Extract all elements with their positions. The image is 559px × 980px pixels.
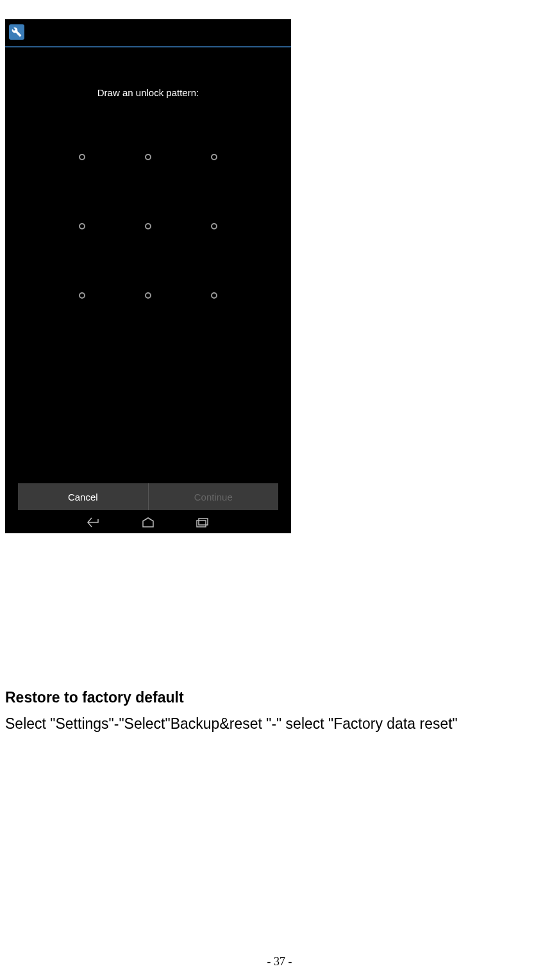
screen-header: Choose your pattern: [5, 19, 291, 47]
page-number: - 37 -: [0, 955, 559, 968]
pattern-dot[interactable]: [79, 154, 85, 160]
document-body: Select "Settings"-"Select"Backup&reset "…: [5, 715, 458, 733]
instruction-text: Draw an unlock pattern:: [5, 87, 291, 98]
wrench-icon: [9, 24, 24, 40]
pattern-dot[interactable]: [211, 292, 217, 299]
screen-title: Choose your pattern: [31, 26, 124, 38]
pattern-dot[interactable]: [211, 154, 217, 160]
pattern-grid[interactable]: [71, 149, 225, 303]
pattern-dot[interactable]: [145, 154, 151, 160]
home-icon[interactable]: [140, 517, 156, 528]
recent-apps-icon[interactable]: [194, 517, 210, 528]
continue-button: Continue: [149, 483, 279, 510]
pattern-dot[interactable]: [79, 223, 85, 229]
button-bar: Cancel Continue: [18, 483, 278, 510]
document-heading: Restore to factory default: [5, 689, 184, 706]
cancel-button[interactable]: Cancel: [18, 483, 148, 510]
back-icon[interactable]: [87, 517, 102, 528]
pattern-dot[interactable]: [211, 223, 217, 229]
pattern-dot[interactable]: [145, 292, 151, 299]
svg-rect-0: [197, 520, 206, 527]
svg-rect-1: [199, 519, 208, 525]
android-screenshot: Choose your pattern Draw an unlock patte…: [5, 19, 291, 533]
pattern-dot[interactable]: [79, 292, 85, 299]
pattern-dot[interactable]: [145, 223, 151, 229]
android-nav-bar: [5, 511, 291, 533]
